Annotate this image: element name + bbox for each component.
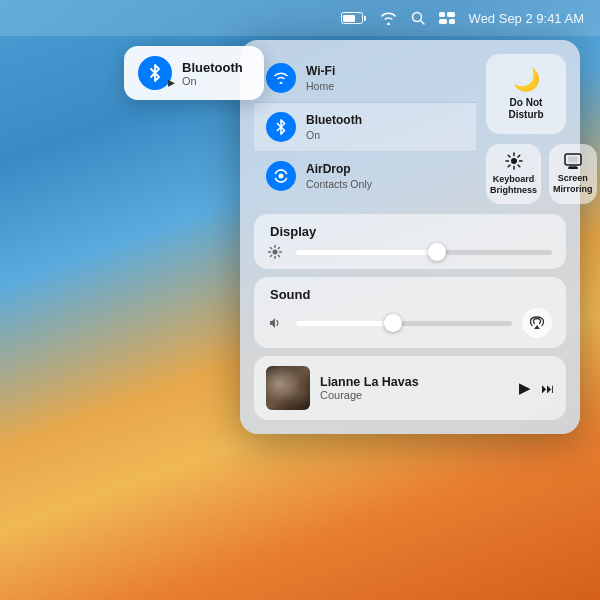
sound-slider-track[interactable]: [296, 321, 512, 326]
svg-rect-3: [447, 12, 455, 17]
screen-mirroring-icon: [564, 153, 582, 169]
svg-line-28: [270, 255, 271, 256]
track-info: Lianne La Havas Courage: [320, 375, 509, 401]
battery-body: [341, 12, 363, 24]
display-section: Display: [254, 214, 566, 269]
wifi-tile-icon: [266, 63, 296, 93]
right-column: 🌙 Do NotDisturb: [486, 54, 566, 204]
keyboard-brightness-icon: [505, 152, 523, 170]
battery-fill: [343, 15, 355, 22]
connectivity-inner: Wi-Fi Home: [254, 54, 476, 200]
airdrop-tile-icon: [266, 161, 296, 191]
album-art-inner: [266, 366, 310, 410]
track-name: Lianne La Havas: [320, 375, 509, 389]
svg-line-15: [508, 165, 510, 167]
sound-slider-fill: [296, 321, 393, 326]
connectivity-block: Wi-Fi Home: [254, 54, 476, 204]
bottom-tiles: Keyboard Brightness Screen Mirr: [486, 144, 566, 204]
display-slider-thumb[interactable]: [428, 243, 446, 261]
svg-line-13: [518, 165, 520, 167]
screen-mirroring-label: Screen Mirroring: [553, 173, 593, 196]
top-section: Wi-Fi Home: [254, 54, 566, 204]
do-not-disturb-tile[interactable]: 🌙 Do NotDisturb: [486, 54, 566, 134]
svg-line-12: [508, 155, 510, 157]
sound-slider-row: [268, 308, 552, 338]
svg-line-25: [270, 247, 271, 248]
sound-section: Sound: [254, 277, 566, 348]
album-art: [266, 366, 310, 410]
bluetooth-tile-icon: [266, 112, 296, 142]
control-center-panel: Wi-Fi Home: [240, 40, 580, 434]
airdrop-tile[interactable]: AirDrop Contacts Only: [254, 152, 476, 200]
battery-tip: [364, 16, 366, 21]
track-artist: Courage: [320, 389, 509, 401]
keyboard-brightness-label: Keyboard Brightness: [490, 174, 537, 197]
svg-line-1: [420, 21, 424, 25]
now-playing-section: Lianne La Havas Courage ▶ ⏭: [254, 356, 566, 420]
menubar-time: Wed Sep 2 9:41 AM: [469, 11, 584, 26]
svg-point-20: [273, 250, 278, 255]
menubar-icons: Wed Sep 2 9:41 AM: [341, 11, 584, 26]
bluetooth-text: Bluetooth On: [306, 113, 362, 141]
svg-point-6: [279, 174, 284, 179]
svg-rect-5: [449, 19, 455, 24]
play-button[interactable]: ▶: [519, 379, 531, 397]
airplay-button[interactable]: [522, 308, 552, 338]
display-brightness-icon: [268, 245, 286, 259]
bluetooth-popup: Bluetooth On ▸: [124, 46, 264, 100]
playback-controls: ▶ ⏭: [519, 379, 554, 397]
svg-line-14: [518, 155, 520, 157]
svg-rect-2: [439, 12, 445, 17]
svg-line-27: [278, 247, 279, 248]
bluetooth-popup-icon: [138, 56, 172, 90]
keyboard-brightness-tile[interactable]: Keyboard Brightness: [486, 144, 541, 204]
display-slider-track[interactable]: [296, 250, 552, 255]
bluetooth-popup-text: Bluetooth On: [182, 60, 243, 87]
wifi-text: Wi-Fi Home: [306, 64, 335, 92]
svg-line-26: [278, 255, 279, 256]
dnd-label: Do NotDisturb: [509, 97, 544, 122]
sound-slider-thumb[interactable]: [384, 314, 402, 332]
fast-forward-button[interactable]: ⏭: [541, 381, 554, 396]
dnd-icon: 🌙: [513, 67, 540, 93]
bluetooth-tile[interactable]: Bluetooth On: [254, 103, 476, 152]
svg-point-7: [511, 158, 517, 164]
panel-content: Wi-Fi Home: [254, 54, 566, 420]
svg-rect-4: [439, 19, 447, 24]
sound-label: Sound: [268, 287, 552, 302]
display-label: Display: [268, 224, 552, 239]
search-menubar-icon[interactable]: [411, 11, 425, 25]
display-slider-row: [268, 245, 552, 259]
menubar: Wed Sep 2 9:41 AM: [0, 0, 600, 36]
volume-icon: [268, 317, 286, 329]
wifi-menubar-icon[interactable]: [380, 12, 397, 25]
wifi-tile[interactable]: Wi-Fi Home: [254, 54, 476, 103]
airdrop-text: AirDrop Contacts Only: [306, 162, 372, 190]
screen-mirroring-tile[interactable]: Screen Mirroring: [549, 144, 597, 204]
display-slider-fill: [296, 250, 437, 255]
svg-rect-19: [568, 156, 578, 162]
control-center-menubar-icon[interactable]: [439, 12, 455, 24]
battery-icon: [341, 12, 366, 24]
